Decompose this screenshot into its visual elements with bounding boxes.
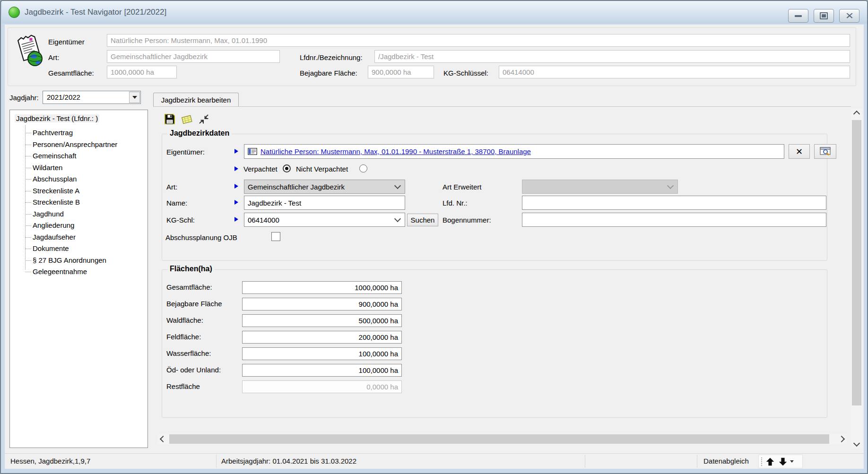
tree-item[interactable]: Streckenliste A [10,185,148,197]
chevron-right-icon [838,436,845,442]
flaeche-value: 500,0000 ha [359,317,398,325]
name-input[interactable]: Jagdbezirk - Test [244,196,405,210]
navigation-tree[interactable]: Jagdbezirk - Test (Lfdnr.: ) Pachtvertra… [9,110,148,448]
verpachtet-radio[interactable] [283,164,291,172]
kg-schl-combobox[interactable]: 06414000 [244,213,405,227]
tree-item-label: § 27 BJG Anordnungen [33,256,106,264]
close-button[interactable]: ✕ [839,9,859,23]
header-bejagbare-field[interactable]: 900,0000 ha [368,66,434,78]
header-art-field[interactable]: Gemeinschaftlicher Jagdbezirk [107,50,280,63]
status-jagdjahr-text: Arbeitsjagdjahr: 01.04.2021 bis 31.03.20… [221,457,356,465]
notepad-icon [181,113,193,125]
flaeche-label: Gesamtfläche: [166,283,212,291]
minimize-button[interactable] [788,9,808,23]
suchen-button[interactable]: Suchen [407,214,438,226]
scroll-right-button[interactable] [836,434,847,444]
status-bar: Hessen, Jagdbezirk,1,9,7 Arbeitsjagdjahr… [5,453,864,469]
upload-button[interactable] [764,456,776,467]
tree-item-label: Personen/Ansprechpartner [33,140,117,148]
bogennummer-input[interactable] [522,213,826,227]
down-arrow-icon [778,457,788,466]
header-lfdnr-field[interactable]: /Jagdbezirk - Test [374,50,850,63]
tree-item[interactable]: Abschussplan [10,173,148,185]
jagdjahr-label: Jagdjahr: [9,94,39,102]
lfd-nr-label: Lfd. Nr.: [443,199,468,207]
tree-item[interactable]: Gelegeentnahme [10,266,148,278]
flaeche-input[interactable]: 1000,0000 ha [242,281,402,294]
flaeche-input[interactable]: 100,0000 ha [242,364,402,377]
art-erweitert-dropdown[interactable] [522,180,678,194]
art-label: Art: [166,183,177,191]
flaeche-input[interactable]: 200,0000 ha [242,331,402,344]
tree-item[interactable]: Jagdhund [10,208,148,220]
flaeche-label: Restfläche [166,382,200,390]
vertical-scroll-thumb[interactable] [852,120,861,405]
tab-jagdbezirk-bearbeiten[interactable]: Jagdbezirk bearbeiten [153,93,239,107]
tree-item-label: Abschussplan [33,175,77,183]
tree-item-label: Gelegeentnahme [33,267,87,276]
flaeche-input[interactable]: 100,0000 ha [242,347,402,360]
close-icon: ✕ [845,11,853,20]
header-art-value: Gemeinschaftlicher Jagdbezirk [111,52,208,60]
header-kg-field[interactable]: 06414000 [499,66,850,78]
collapse-button[interactable] [198,113,210,125]
verpachtet-label: Verpachtet [243,165,278,173]
nicht-verpachtet-radio[interactable] [359,164,367,172]
art-dropdown[interactable]: Gemeinschaftlicher Jagdbezirk [244,180,405,194]
tree-item[interactable]: Angliederung [10,220,148,232]
tree-item-label: Angliederung [33,221,74,229]
tree-item[interactable]: Pachtvertrag [10,127,148,139]
header-lfdnr-value: /Jagdbezirk - Test [378,52,434,60]
contact-card-icon [248,148,257,155]
eigentuemer-link[interactable]: Natürliche Person: Mustermann, Max, 01.0… [260,147,531,155]
art-chevron-icon [394,182,401,189]
tree-root-node[interactable]: Jagdbezirk - Test (Lfdnr.: ) [15,114,99,122]
flaeche-input[interactable]: 500,0000 ha [242,314,402,327]
name-value: Jagdbezirk - Test [248,199,301,207]
clear-icon: ✕ [796,147,803,157]
tree-item[interactable]: Streckenliste B [10,197,148,208]
maximize-icon [820,12,828,19]
horizontal-scroll-thumb[interactable] [169,434,829,444]
clear-eigentuemer-button[interactable]: ✕ [789,144,810,159]
preview-eigentuemer-button[interactable] [814,144,836,159]
verpachtet-marker-icon [234,166,238,171]
tree-item[interactable]: § 27 BJG Anordnungen [10,255,148,267]
app-window: Jagdbezirk - Test Navigator [2021/2022] … [0,0,868,474]
window-title: Jagdbezirk - Test Navigator [2021/2022] [25,8,166,17]
kg-schl-marker-icon [234,217,238,222]
tree-item[interactable]: Dokumente [10,243,148,255]
maximize-button[interactable] [814,9,834,23]
abschussplanung-checkbox[interactable] [271,232,280,241]
toolbar-options-caret[interactable] [790,460,794,463]
header-eigentuemer-value: Natürliche Person: Mustermann, Max, 01.0… [111,36,267,44]
header-gesamtflaeche-label: Gesamtfläche: [48,69,94,77]
header-gesamtflaeche-field[interactable]: 1000,0000 ha [107,66,177,78]
flaeche-input[interactable]: 900,0000 ha [242,298,402,310]
header-bejagbare-label: Bejagbare Fläche: [300,69,357,77]
horizontal-scrollbar[interactable] [158,434,847,444]
minimize-icon [795,15,802,17]
scroll-down-button[interactable] [851,438,862,448]
tree-item[interactable]: Wildarten [10,162,148,174]
notes-button[interactable] [181,113,193,125]
tree-item[interactable]: Gemeinschaft [10,150,148,162]
vertical-scrollbar[interactable] [851,109,862,448]
download-button[interactable] [776,456,789,467]
chevron-left-icon [160,436,166,442]
tree-item-label: Dokumente [33,244,69,252]
lfd-nr-input[interactable] [522,196,826,210]
titlebar[interactable]: Jagdbezirk - Test Navigator [2021/2022] … [2,1,868,24]
flaeche-value: 100,0000 ha [359,350,398,358]
tree-item-label: Streckenliste A [33,187,79,195]
jagdjahr-dropdown-button[interactable] [129,92,140,103]
eigentuemer-link-field[interactable]: Natürliche Person: Mustermann, Max, 01.0… [244,144,784,159]
scroll-up-button[interactable] [851,109,862,119]
scroll-left-button[interactable] [158,434,168,444]
tree-item[interactable]: Personen/Ansprechpartner [10,139,148,151]
tree-item[interactable]: Jagdaufseher [10,232,148,243]
flaeche-label: Feldfläche: [166,333,201,341]
header-eigentuemer-field[interactable]: Natürliche Person: Mustermann, Max, 01.0… [107,34,850,47]
save-button[interactable] [164,113,176,125]
jagdjahr-combobox[interactable]: 2021/2022 [43,91,141,104]
